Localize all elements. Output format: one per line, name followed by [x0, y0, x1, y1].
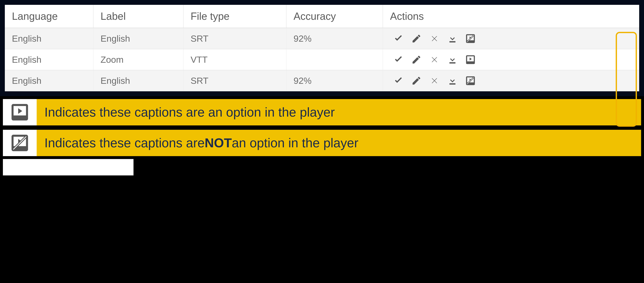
captions-table: Language Label File type Accuracy Action…	[5, 5, 639, 91]
download-button[interactable]	[447, 54, 458, 65]
delete-button[interactable]	[429, 34, 440, 44]
legend: Indicates these captions are an option i…	[0, 96, 644, 159]
approve-button[interactable]	[393, 54, 404, 65]
legend-not-suffix: an option in the player	[232, 136, 358, 150]
pencil-icon	[411, 34, 422, 44]
download-button[interactable]	[447, 76, 458, 86]
bottom-spacer	[0, 159, 134, 178]
legend-not-bold: NOT	[204, 136, 232, 150]
toggle-player-button[interactable]	[465, 76, 476, 86]
cell-label: English	[93, 28, 183, 49]
cell-file_type: SRT	[183, 28, 286, 49]
x-icon	[429, 54, 440, 65]
player-not-option-icon	[465, 76, 476, 86]
cell-file_type: VTT	[183, 49, 286, 70]
col-header-actions: Actions	[383, 5, 639, 28]
cell-file_type: SRT	[183, 70, 286, 91]
cell-language: English	[5, 70, 93, 91]
player-option-icon	[465, 54, 476, 65]
col-header-file-type: File type	[183, 5, 286, 28]
legend-text-not-option: Indicates these captions are NOT an opti…	[37, 130, 641, 156]
cell-label: English	[93, 70, 183, 91]
legend-text-option: Indicates these captions are an option i…	[37, 99, 641, 126]
download-icon	[447, 76, 458, 86]
x-icon	[429, 34, 440, 44]
cell-accuracy	[286, 49, 383, 70]
check-icon	[393, 34, 404, 44]
cell-label: Zoom	[93, 49, 183, 70]
captions-table-wrapper: Language Label File type Accuracy Action…	[0, 0, 644, 96]
toggle-player-button[interactable]	[465, 54, 476, 65]
cell-accuracy: 92%	[286, 70, 383, 91]
delete-button[interactable]	[429, 76, 440, 86]
table-row: EnglishZoomVTT	[5, 49, 639, 70]
player-not-option-icon	[3, 130, 37, 156]
player-option-icon	[3, 99, 37, 126]
cell-language: English	[5, 28, 93, 49]
check-icon	[393, 76, 404, 86]
player-not-option-icon	[465, 34, 476, 44]
cell-actions	[383, 49, 639, 70]
edit-button[interactable]	[411, 34, 422, 44]
edit-button[interactable]	[411, 54, 422, 65]
x-icon	[429, 76, 440, 86]
cell-language: English	[5, 49, 93, 70]
table-row: EnglishEnglishSRT92%	[5, 70, 639, 91]
pencil-icon	[411, 76, 422, 86]
legend-row-option: Indicates these captions are an option i…	[0, 96, 644, 128]
legend-not-prefix: Indicates these captions are	[44, 136, 204, 150]
cell-actions	[383, 28, 639, 49]
download-icon	[447, 34, 458, 44]
toggle-player-button[interactable]	[465, 34, 476, 44]
edit-button[interactable]	[411, 76, 422, 86]
approve-button[interactable]	[393, 34, 404, 44]
approve-button[interactable]	[393, 76, 404, 86]
col-header-label: Label	[93, 5, 183, 28]
delete-button[interactable]	[429, 54, 440, 65]
table-row: EnglishEnglishSRT92%	[5, 28, 639, 49]
download-button[interactable]	[447, 34, 458, 44]
col-header-accuracy: Accuracy	[286, 5, 383, 28]
col-header-language: Language	[5, 5, 93, 28]
check-icon	[393, 54, 404, 65]
cell-actions	[383, 70, 639, 91]
legend-row-not-option: Indicates these captions are NOT an opti…	[0, 128, 644, 159]
download-icon	[447, 54, 458, 65]
cell-accuracy: 92%	[286, 28, 383, 49]
pencil-icon	[411, 54, 422, 65]
